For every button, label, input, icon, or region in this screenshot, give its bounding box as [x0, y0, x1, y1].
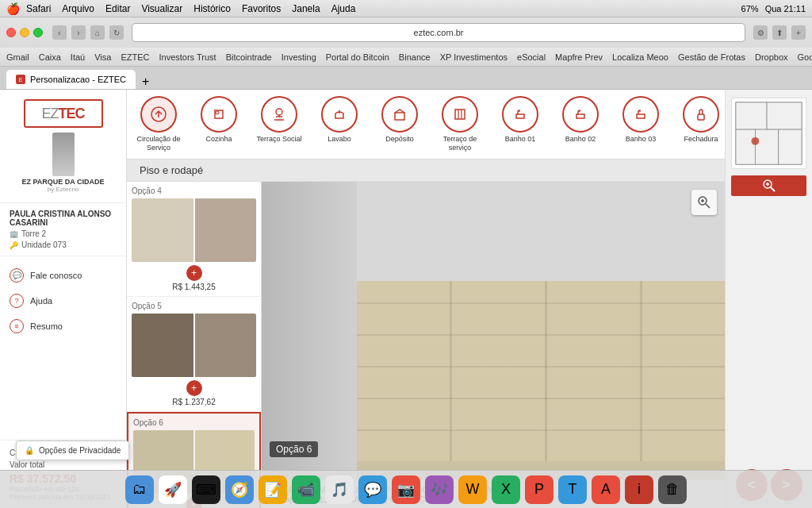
address-bar[interactable]: eztec.com.br	[132, 23, 745, 42]
add-tab-button[interactable]: +	[791, 25, 806, 40]
option-selector-5[interactable]: +	[132, 380, 256, 396]
svg-rect-12	[736, 102, 767, 129]
dock-word[interactable]: W	[458, 475, 487, 504]
dock-photos[interactable]: 📷	[392, 475, 420, 504]
dock-adobe[interactable]: A	[592, 475, 620, 504]
share-button[interactable]: ⬆	[772, 25, 787, 40]
forward-button[interactable]: ›	[71, 25, 86, 40]
dock-powerpoint[interactable]: P	[525, 475, 553, 504]
minimize-button[interactable]	[20, 28, 29, 37]
privacy-notice[interactable]: 🔒 Opções de Privacidade	[16, 441, 129, 460]
room-terraco-servico[interactable]: Terraço de serviço	[436, 96, 484, 152]
option-badge: Opção 6	[270, 441, 318, 457]
floor-plan-svg	[732, 98, 806, 168]
bookmark-eztec[interactable]: EZTEC	[121, 52, 149, 62]
close-button[interactable]	[6, 28, 16, 37]
bookmark-investors[interactable]: Investors Trust	[159, 52, 216, 62]
svg-rect-5	[698, 114, 704, 120]
back-button[interactable]: ‹	[52, 25, 67, 40]
svg-point-2	[276, 109, 282, 115]
new-tab-button[interactable]: +	[142, 75, 149, 89]
user-unit: 🔑 Unidade 073	[10, 241, 117, 249]
menu-favoritos[interactable]: Favoritos	[242, 3, 281, 14]
dock-messages[interactable]: 💬	[358, 475, 387, 504]
menu-ajuda[interactable]: Ajuda	[331, 3, 356, 14]
room-lavabo[interactable]: Lavabo	[316, 96, 363, 144]
bookmark-gdrive[interactable]: Google Drive	[798, 52, 812, 62]
bookmark-localiza[interactable]: Localiza Meoo	[612, 52, 668, 62]
bookmark-portal[interactable]: Portal do Bitcoin	[326, 52, 389, 62]
bookmark-mapfre[interactable]: Mapfre Prev	[555, 52, 603, 62]
select-btn-5[interactable]: +	[186, 380, 202, 396]
active-tab[interactable]: E Personalizacao - EZTEC	[6, 70, 136, 89]
dock-music[interactable]: 🎵	[325, 475, 354, 504]
settings-button[interactable]: ⚙	[753, 25, 768, 40]
menu-safari[interactable]: Safari	[26, 3, 51, 14]
apple-menu[interactable]: 🍎	[6, 2, 20, 15]
logo-area: EZTEC EZ PARQUE DA CIDADE by Eztecno	[0, 90, 126, 203]
option-price-5: R$ 1.237,62	[132, 398, 256, 406]
dock-itad[interactable]: i	[625, 475, 653, 504]
dock-itunes[interactable]: 🎶	[425, 475, 454, 504]
maximize-button[interactable]	[33, 28, 43, 37]
option-card-4[interactable]: Opção 4 + R$ 1.443,25	[127, 182, 261, 297]
dock-facetime[interactable]: 📹	[292, 475, 320, 504]
bookmark-binance[interactable]: Binance	[399, 52, 431, 62]
valor-total-label: Valor total	[10, 460, 117, 469]
main-content: Circulação de Serviço Cozinha Terraço So…	[127, 90, 725, 508]
tab-bar: E Personalizacao - EZTEC +	[0, 67, 812, 89]
nav-ajuda[interactable]: ? Ajuda	[0, 288, 126, 314]
bookmark-dropbox[interactable]: Dropbox	[755, 52, 788, 62]
dock-launchpad[interactable]: 🚀	[159, 475, 187, 504]
option-selector-4[interactable]: +	[132, 265, 256, 281]
refresh-button[interactable]: ↻	[109, 25, 124, 40]
dock-trash[interactable]: 🗑	[658, 475, 687, 504]
dock-excel[interactable]: X	[492, 475, 520, 504]
option-card-5[interactable]: Opção 5 + R$ 1.237,62	[127, 297, 261, 412]
option-thumb-5	[132, 314, 256, 377]
nav-fale-conosco[interactable]: 💬 Fale conosco	[0, 263, 126, 288]
menu-visualizar[interactable]: Visualizar	[141, 3, 182, 14]
menu-janela[interactable]: Janela	[292, 3, 320, 14]
magnify-button[interactable]	[731, 175, 806, 196]
bookmarks-bar: Gmail Caixa Itaú Visa EZTEC Investors Tr…	[0, 48, 812, 67]
room-fechadura[interactable]: Fechadura	[677, 96, 725, 144]
room-deposito[interactable]: Depósito	[376, 96, 423, 144]
resumo-label: Resumo	[30, 321, 63, 331]
bookmark-caixa[interactable]: Caixa	[39, 52, 61, 62]
room-terraco-social[interactable]: Terraço Social	[255, 96, 303, 144]
menu-editar[interactable]: Editar	[105, 3, 130, 14]
menu-historico[interactable]: Histórico	[193, 3, 231, 14]
dock-teams[interactable]: T	[558, 475, 587, 504]
room-banho01[interactable]: Banho 01	[496, 96, 544, 144]
nav-resumo[interactable]: ≡ Resumo	[0, 314, 126, 339]
home-button[interactable]: ⌂	[90, 25, 105, 40]
zoom-button[interactable]	[691, 190, 717, 215]
room-banho03[interactable]: Banho 03	[617, 96, 665, 144]
dock-notes[interactable]: 📝	[259, 475, 287, 504]
bookmark-visa[interactable]: Visa	[94, 52, 111, 62]
fale-icon: 💬	[10, 268, 24, 283]
project-sub: by Eztecno	[48, 186, 79, 193]
bookmark-investing[interactable]: Investing	[282, 52, 316, 62]
bookmark-gmail[interactable]: Gmail	[6, 52, 29, 62]
room-cozinha[interactable]: Cozinha	[195, 96, 243, 144]
bookmark-xp[interactable]: XP Investimentos	[440, 52, 508, 62]
bookmark-gestao[interactable]: Gestão de Frotas	[678, 52, 745, 62]
browser-chrome: ‹ › ⌂ ↻ eztec.com.br ⚙ ⬆ + Gmail Caixa I…	[0, 17, 812, 90]
bookmark-itau[interactable]: Itaú	[71, 52, 85, 62]
room-circulacao[interactable]: Circulação de Serviço	[135, 96, 182, 152]
dock-terminal[interactable]: ⌨	[192, 475, 220, 504]
fale-label: Fale conosco	[30, 271, 82, 280]
dock-finder[interactable]: 🗂	[125, 475, 154, 504]
dock-safari[interactable]: 🧭	[225, 475, 254, 504]
bookmark-esocial[interactable]: eSocial	[517, 52, 546, 62]
select-btn-4[interactable]: +	[186, 265, 202, 281]
room-banho02[interactable]: Banho 02	[557, 96, 604, 144]
option-thumb-4	[132, 198, 256, 262]
bookmark-bitcointrade[interactable]: Bitcointrade	[226, 52, 272, 62]
menu-items: Safari Arquivo Editar Visualizar Históri…	[26, 3, 355, 14]
room-label-terraco-servico: Terraço de serviço	[436, 135, 484, 152]
menu-arquivo[interactable]: Arquivo	[62, 3, 94, 14]
eztec-logo: EZTEC	[24, 99, 103, 128]
